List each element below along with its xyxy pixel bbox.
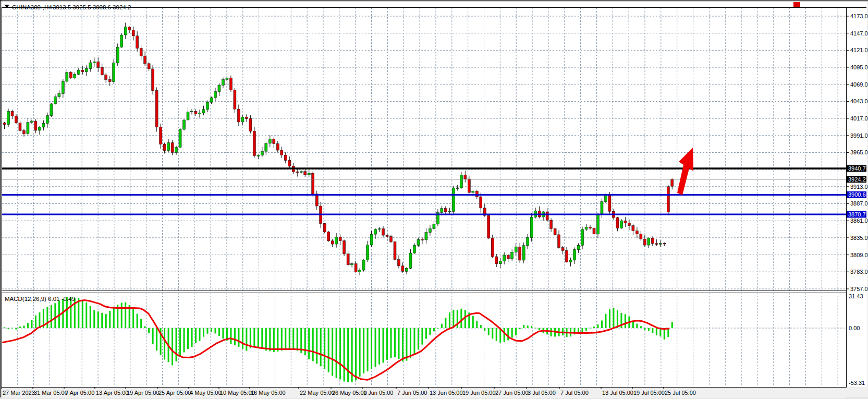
candle-body <box>507 255 509 259</box>
candle-body <box>464 175 467 179</box>
candle-body <box>550 220 553 228</box>
macd-histogram-bar <box>242 328 243 349</box>
macd-histogram-bar <box>625 314 626 328</box>
candle-body <box>62 81 64 93</box>
macd-histogram-bar <box>453 310 454 328</box>
time-tick-label: 10 May 05:00 <box>220 390 255 396</box>
chart-canvas[interactable]: 4173.04147.04121.04095.04069.04043.04017… <box>0 0 868 399</box>
price-badge-label: 3870.7 <box>848 211 866 217</box>
macd-histogram-bar <box>11 328 13 329</box>
macd-histogram-bar <box>258 328 259 347</box>
time-tick-label: 1 Jun 05:00 <box>363 390 394 396</box>
macd-histogram-bar <box>476 321 478 328</box>
candle-body <box>191 111 193 112</box>
candle-body <box>97 62 100 68</box>
corner-marker-icon[interactable] <box>793 2 800 7</box>
price-badge-label: 3924.2 <box>848 176 866 183</box>
macd-histogram-bar <box>378 328 380 365</box>
candle-body <box>577 245 580 249</box>
candle-body <box>38 127 41 130</box>
price-tick-label: 4173.0 <box>850 13 868 19</box>
macd-histogram-bar <box>593 327 595 328</box>
candle-body <box>108 80 111 82</box>
candle-body <box>163 144 166 150</box>
candle-body <box>632 226 634 231</box>
macd-histogram-bar <box>184 328 185 353</box>
candle-body <box>300 172 302 173</box>
candle-body <box>85 68 88 71</box>
candle-body <box>312 173 314 194</box>
candle-body <box>390 236 393 241</box>
macd-histogram-bar <box>7 328 9 329</box>
candle-body <box>171 143 174 153</box>
candle-body <box>394 241 396 259</box>
candle-body <box>351 263 353 265</box>
macd-histogram-bar <box>109 311 111 328</box>
candle-body <box>89 63 92 68</box>
macd-histogram-bar <box>195 328 197 343</box>
macd-histogram-bar <box>511 328 513 337</box>
macd-histogram-bar <box>515 328 517 335</box>
candle-body <box>354 263 357 272</box>
time-tick-label: 22 May 05:00 <box>300 390 335 396</box>
macd-histogram-bar <box>137 314 138 328</box>
macd-histogram-bar <box>148 328 150 333</box>
macd-histogram-bar <box>406 328 407 361</box>
macd-histogram-bar <box>386 328 388 360</box>
macd-histogram-bar <box>363 328 364 373</box>
time-tick-label: 13 Apr 05:00 <box>96 390 128 396</box>
macd-histogram-bar <box>125 303 126 328</box>
price-tick-label: 4017.0 <box>850 115 868 122</box>
macd-histogram-bar <box>234 328 236 345</box>
candle-body <box>616 217 619 228</box>
macd-histogram-bar <box>269 328 271 352</box>
candle-body <box>50 104 53 116</box>
macd-histogram-bar <box>316 328 317 364</box>
macd-histogram-bar <box>347 328 349 382</box>
candle-body <box>124 27 127 35</box>
macd-histogram-bar <box>297 328 298 350</box>
candle-body <box>413 245 415 253</box>
macd-histogram-bar <box>644 328 645 330</box>
candle-body <box>409 253 412 268</box>
candle-body <box>268 139 271 143</box>
macd-histogram-bar <box>179 328 181 357</box>
macd-histogram-bar <box>218 328 220 336</box>
time-tick-label: 25 Apr 05:00 <box>158 390 191 396</box>
price-tick-label: 3913.0 <box>850 184 868 190</box>
macd-histogram-bar <box>39 312 40 328</box>
macd-histogram-bar <box>308 328 310 359</box>
candle-body <box>515 247 517 252</box>
candle-body <box>417 239 420 245</box>
candle-body <box>573 250 576 260</box>
time-tick-label: 19 Jun 05:00 <box>462 390 496 396</box>
candle-body <box>323 223 326 232</box>
candle-body <box>475 191 478 197</box>
candle-body <box>608 195 611 211</box>
macd-histogram-bar <box>253 328 255 346</box>
macd-histogram-bar <box>97 311 99 328</box>
candle-body <box>651 238 654 243</box>
price-tick-label: 3965.0 <box>850 149 868 155</box>
time-tick-label: 16 May 05:00 <box>251 390 286 396</box>
candle-body <box>276 143 279 150</box>
macd-histogram-bar <box>433 328 435 331</box>
macd-histogram-bar <box>590 328 591 328</box>
candle-body <box>522 246 525 260</box>
macd-histogram-bar <box>23 325 25 328</box>
macd-label: MACD(12,26,9) 6.01 -0.49 <box>5 296 75 302</box>
candle-body <box>160 127 162 144</box>
macd-histogram-bar <box>222 328 224 338</box>
candle-body <box>206 102 209 110</box>
candle-body <box>589 227 592 228</box>
macd-histogram-bar <box>19 327 21 328</box>
candle-body <box>175 148 178 153</box>
candle-body <box>27 123 29 134</box>
price-tick-label: 3887.0 <box>850 200 868 207</box>
candle-body <box>643 239 646 245</box>
candle-body <box>22 130 25 134</box>
macd-histogram-bar <box>410 328 411 358</box>
time-axis[interactable]: 27 Mar 202331 Mar 05:007 Apr 05:0013 Apr… <box>2 387 846 398</box>
candle-body <box>647 238 650 245</box>
candle-body <box>152 69 154 91</box>
